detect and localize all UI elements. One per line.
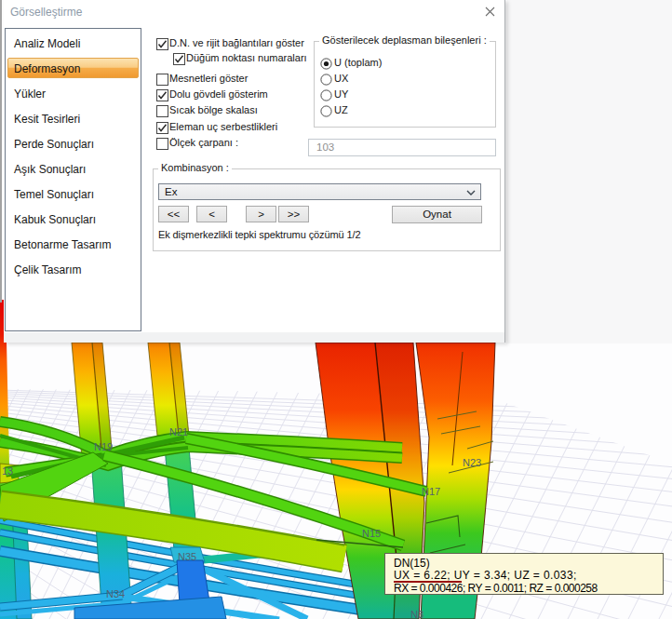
svg-text:N21: N21 xyxy=(169,426,188,437)
svg-text:N17: N17 xyxy=(422,486,440,497)
svg-text:N35: N35 xyxy=(178,551,196,562)
svg-text:N23: N23 xyxy=(463,457,481,468)
svg-text:N19: N19 xyxy=(94,441,113,452)
svg-text:N3: N3 xyxy=(410,609,423,619)
svg-text:N15: N15 xyxy=(362,528,381,539)
svg-text:13: 13 xyxy=(2,465,13,477)
svg-text:N34: N34 xyxy=(106,588,125,599)
